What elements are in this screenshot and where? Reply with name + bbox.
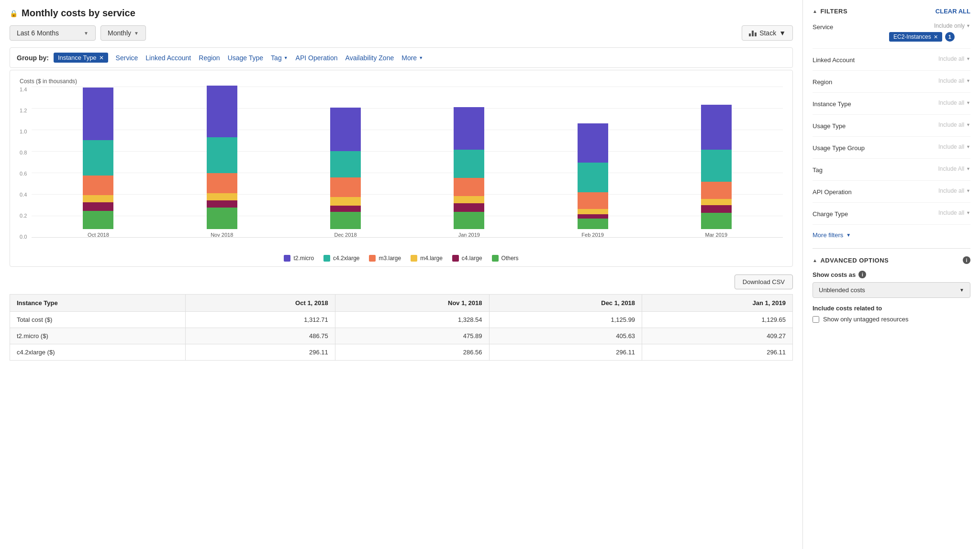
filter-control-region: Include all ▼ xyxy=(889,77,970,84)
show-costs-info-icon[interactable]: i xyxy=(858,271,866,278)
remove-ec2-tag[interactable]: ✕ xyxy=(934,34,938,40)
usage-type-group-dropdown[interactable]: Include all ▼ xyxy=(938,143,970,150)
bar-segment xyxy=(207,173,237,193)
bar-stack xyxy=(83,88,113,229)
download-csv-button[interactable]: Download CSV xyxy=(735,274,793,289)
bar-stack xyxy=(701,105,732,229)
legend-color xyxy=(323,255,330,262)
group-by-linked-account[interactable]: Linked Account xyxy=(145,54,191,62)
table-row: t2.micro ($)486.75475.89405.63409.27 xyxy=(10,328,793,344)
table-cell: 296.11 xyxy=(186,344,335,361)
bar-x-label: Oct 2018 xyxy=(88,232,109,238)
untagged-label: Show only untagged resources xyxy=(823,316,909,323)
api-operation-dropdown[interactable]: Include all ▼ xyxy=(938,187,970,194)
group-by-availability-zone[interactable]: Availability Zone xyxy=(345,54,394,62)
legend-label: c4.large xyxy=(462,255,482,262)
more-filters-button[interactable]: More filters ▼ xyxy=(813,231,970,239)
bar-group: Mar 2019 xyxy=(697,105,735,238)
y-axis: 1.4 1.2 1.0 0.8 0.6 0.4 0.2 0.0 xyxy=(20,87,32,249)
chevron-down-icon: ▼ xyxy=(779,29,786,37)
instance-type-dropdown[interactable]: Include all ▼ xyxy=(938,99,970,106)
bar-group: Jan 2019 xyxy=(450,107,488,238)
filter-row-service: Service Include only ▼ EC2-Instances ✕ 1 xyxy=(813,22,970,49)
bar-segment xyxy=(701,199,732,205)
legend-label: Others xyxy=(501,255,519,262)
group-by-more[interactable]: More ▼ xyxy=(401,54,423,62)
service-include-dropdown[interactable]: Include only ▼ xyxy=(934,22,970,29)
filter-row-charge-type: Charge Type Include all ▼ xyxy=(813,209,970,225)
bar-group: Dec 2018 xyxy=(326,108,365,238)
bar-x-label: Feb 2019 xyxy=(581,232,603,238)
filter-label-linked-account: Linked Account xyxy=(813,55,889,64)
legend-item: c4.large xyxy=(452,255,482,262)
clear-all-button[interactable]: CLEAR ALL xyxy=(935,8,970,15)
legend-label: m4.large xyxy=(420,255,443,262)
chevron-down-icon: ▼ xyxy=(966,122,970,127)
table-cell: 475.89 xyxy=(335,328,489,344)
bar-segment xyxy=(578,214,608,219)
service-tag-row: EC2-Instances ✕ 1 xyxy=(889,32,970,42)
filter-label-service: Service xyxy=(813,22,889,31)
bar-segment xyxy=(83,176,113,195)
bar-segment xyxy=(701,205,732,213)
group-by-bar: Group by: Instance Type ✕ Service Linked… xyxy=(10,47,793,68)
unblended-costs-dropdown[interactable]: Unblended costs ▼ xyxy=(813,282,970,298)
bar-segment xyxy=(578,219,608,229)
table-cell: 1,312.71 xyxy=(186,312,335,328)
legend-color xyxy=(284,255,290,262)
tag-dropdown[interactable]: Include All ▼ xyxy=(938,165,970,172)
bar-segment xyxy=(578,192,608,209)
bar-segment xyxy=(83,88,113,140)
filter-control-service: Include only ▼ EC2-Instances ✕ 1 xyxy=(889,22,970,42)
bar-stack xyxy=(207,86,237,229)
group-by-active-tag[interactable]: Instance Type ✕ xyxy=(54,53,108,63)
filter-control-api-operation: Include all ▼ xyxy=(889,187,970,194)
legend-color xyxy=(411,255,417,262)
chart-legend: t2.microc4.2xlargem3.largem4.largec4.lar… xyxy=(20,255,783,262)
group-by-service[interactable]: Service xyxy=(116,54,138,62)
remove-group-by-tag[interactable]: ✕ xyxy=(99,55,104,61)
bar-segment xyxy=(330,108,361,151)
lock-icon: 🔒 xyxy=(10,10,18,17)
charge-type-dropdown[interactable]: Include all ▼ xyxy=(938,209,970,216)
table-header: Instance Type xyxy=(10,295,186,312)
group-by-region[interactable]: Region xyxy=(199,54,220,62)
table-cell: 296.11 xyxy=(489,344,642,361)
bar-segment xyxy=(83,211,113,229)
group-by-usage-type[interactable]: Usage Type xyxy=(228,54,263,62)
ec2-instances-tag[interactable]: EC2-Instances ✕ xyxy=(889,32,942,42)
legend-item: m3.large xyxy=(369,255,401,262)
chevron-down-icon: ▼ xyxy=(966,166,970,171)
table-row: Total cost ($)1,312.711,328.541,125.991,… xyxy=(10,312,793,328)
group-by-tag[interactable]: Tag ▼ xyxy=(271,54,288,62)
date-range-dropdown[interactable]: Last 6 Months ▼ xyxy=(10,25,96,41)
stack-dropdown[interactable]: Stack ▼ xyxy=(742,25,793,41)
legend-label: t2.micro xyxy=(293,255,314,262)
untagged-checkbox-row: Show only untagged resources xyxy=(813,316,970,323)
legend-item: m4.large xyxy=(411,255,443,262)
chevron-down-icon: ▼ xyxy=(959,287,964,293)
group-by-api-operation[interactable]: API Operation xyxy=(296,54,338,62)
untagged-checkbox[interactable] xyxy=(813,316,819,323)
filter-row-usage-type-group: Usage Type Group Include all ▼ xyxy=(813,143,970,159)
table-cell: 296.11 xyxy=(642,344,793,361)
info-icon[interactable]: i xyxy=(963,256,970,264)
collapse-icon: ▲ xyxy=(813,9,817,14)
chevron-down-icon: ▼ xyxy=(84,31,89,36)
bar-x-label: Jan 2019 xyxy=(458,232,480,238)
filter-row-linked-account: Linked Account Include all ▼ xyxy=(813,55,970,71)
granularity-dropdown[interactable]: Monthly ▼ xyxy=(100,25,146,41)
bar-segment xyxy=(578,209,608,214)
linked-account-dropdown[interactable]: Include all ▼ xyxy=(938,55,970,62)
filters-title: ▲ FILTERS xyxy=(813,8,847,15)
usage-type-dropdown[interactable]: Include all ▼ xyxy=(938,121,970,128)
bar-segment xyxy=(578,123,608,163)
bar-x-label: Mar 2019 xyxy=(705,232,727,238)
table-cell: c4.2xlarge ($) xyxy=(10,344,186,361)
filter-label-usage-type: Usage Type xyxy=(813,121,889,130)
filter-label-tag: Tag xyxy=(813,165,889,174)
show-costs-label: Show costs as i xyxy=(813,271,970,278)
toolbar: Last 6 Months ▼ Monthly ▼ Stack ▼ xyxy=(10,25,793,41)
region-dropdown[interactable]: Include all ▼ xyxy=(938,77,970,84)
legend-label: c4.2xlarge xyxy=(333,255,359,262)
